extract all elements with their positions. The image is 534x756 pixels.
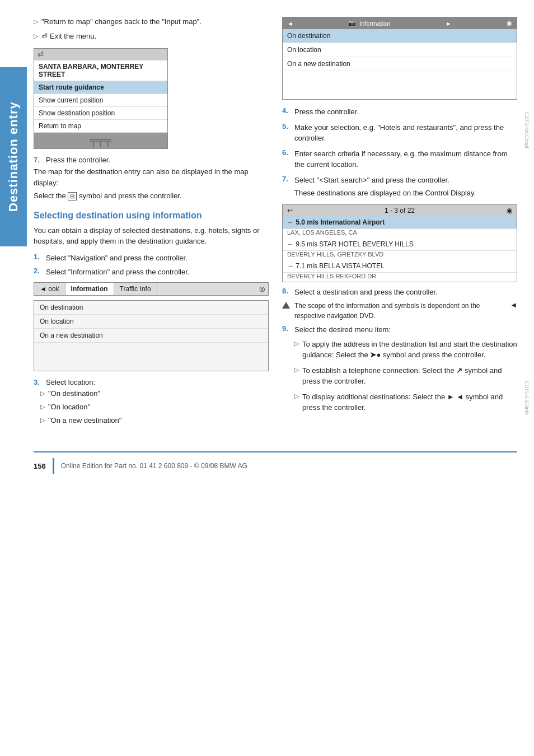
- info-on-destination[interactable]: On destination: [283, 29, 517, 43]
- result-row2-sub: BEVERLY HILLS, GRETZKY BLVD: [283, 251, 517, 260]
- screen-mock-top-left: ⏎ SANTA BARBARA, MONTERREY STREET Start …: [34, 48, 168, 149]
- step7-right-item: 7. Select "<Start search>" and press the…: [282, 175, 517, 186]
- sub-arrow-2: ▷: [40, 403, 45, 411]
- info-header-forward: ►: [446, 20, 452, 27]
- step9-item: 9. Select the desired menu item:: [282, 324, 517, 335]
- sidebar-label: Destination entry: [0, 67, 27, 246]
- symbol-map: ⊟: [68, 192, 77, 200]
- step4-item: 4. Press the controller.: [282, 106, 517, 118]
- screen-row-start[interactable]: Start route guidance: [34, 81, 167, 94]
- info-on-new-dest[interactable]: On a new destination: [283, 57, 517, 71]
- screen-row-dest-pos[interactable]: Show destination position: [34, 107, 167, 120]
- screen-row-return-map[interactable]: Return to map: [34, 120, 167, 133]
- sub-on-location: ▷ "On location": [40, 402, 269, 412]
- note-end-marker: ◄: [510, 301, 517, 309]
- result-row3-sub: BEVERLY HILLS REXFORD DR: [283, 273, 517, 282]
- footer-divider: [53, 458, 54, 474]
- info-screen-top-right: ◄ 📷 Information ► ◉ On destination On lo…: [282, 17, 517, 100]
- info-row-on-destination[interactable]: On destination: [34, 301, 268, 315]
- screen-back-icon: ⏎: [38, 50, 44, 59]
- info-screen-empty: [283, 71, 517, 99]
- nav-information[interactable]: Information: [65, 283, 114, 295]
- step9-sub3: ▷ To display additional destinations: Se…: [294, 391, 517, 413]
- step8-item: 8. Select a destination and press the co…: [282, 287, 517, 298]
- section-heading: Selecting destination using information: [34, 211, 269, 221]
- nav-icon: ◎: [256, 283, 268, 295]
- page-footer: 156 Online Edition for Part no. 01 41 2 …: [34, 451, 517, 474]
- sub-on-destination: ▷ "On destination": [40, 389, 269, 399]
- result-row-1[interactable]: ← 5.0 mls International Airport: [283, 216, 517, 229]
- step2-item: 2. Select "Information" and press the co…: [34, 267, 269, 278]
- nav-traffic-info[interactable]: Traffic Info: [114, 283, 157, 295]
- page-marker-2: CDTS-EGSinfo: [523, 381, 530, 415]
- note-box: The scope of the information and symbols…: [282, 301, 517, 321]
- result-row1-name: International Airport: [320, 218, 385, 226]
- step7-item: 7. Press the controller.: [34, 156, 269, 164]
- symbol-more: ► ◄: [447, 393, 463, 401]
- step3-item: 3. Select location:: [34, 378, 269, 386]
- step9-sub2: ▷ To establish a telephone connection: S…: [294, 365, 517, 387]
- page-number: 156: [34, 462, 46, 470]
- sub-arrow-1: ▷: [40, 389, 45, 398]
- note-triangle-icon: [282, 302, 290, 309]
- result-row3-name: BELLA VISTA HOTEL: [319, 262, 385, 270]
- result-row2-arrow: ← 9.5 mls: [287, 240, 317, 248]
- step7-desc1: The map for the destination entry can al…: [34, 166, 269, 188]
- symbol-dest: ➤●: [370, 351, 381, 359]
- result-row-3[interactable]: → 7.1 mls BELLA VISTA HOTEL: [283, 260, 517, 273]
- step9-sub2-arrow: ▷: [294, 366, 299, 374]
- result-back-icon: ↩: [287, 207, 293, 214]
- page-marker-1: CDTS-MCCimpl: [523, 112, 530, 148]
- result-header: ↩ 1 - 3 of 22 ◉: [283, 205, 517, 216]
- info-row-on-location[interactable]: On location: [34, 315, 268, 329]
- result-row3-arrow: → 7.1 mls: [287, 262, 317, 270]
- info-row-on-new-dest[interactable]: On a new destination: [34, 329, 268, 343]
- screen-row-current[interactable]: Show current position: [34, 94, 167, 107]
- section-intro: You can obtain a display of selected des…: [34, 225, 269, 247]
- symbol-phone: ↗: [456, 366, 462, 375]
- info-on-location[interactable]: On location: [283, 43, 517, 57]
- bullet-arrow-1: ▷: [34, 17, 38, 26]
- note-text: The scope of the information and symbols…: [294, 301, 504, 321]
- step9-sub3-arrow: ▷: [294, 392, 299, 400]
- info-header: ◄ 📷 Information ► ◉: [283, 17, 517, 29]
- info-header-title-group: 📷 Information: [348, 20, 390, 27]
- step7-desc2: Select the ⊟ symbol and press the contro…: [34, 190, 269, 202]
- bullet-arrow-2: ▷: [34, 32, 38, 40]
- step9-sub1: ▷ To apply the address in the destinatio…: [294, 339, 517, 361]
- step5-item: 5. Make your selection, e.g. "Hotels and…: [282, 122, 517, 144]
- step7-block: 7. Press the controller. The map for the…: [34, 156, 269, 202]
- nav-bar-mock: ◄ ook Information Traffic Info ◎: [34, 282, 269, 296]
- result-header-icon: ◉: [507, 207, 512, 214]
- result-row1-arrow: ← 5.0 mls: [287, 218, 318, 226]
- info-header-back: ◄: [287, 20, 293, 27]
- sub-arrow-3: ▷: [40, 416, 45, 424]
- info-header-icon: 📷: [348, 20, 356, 27]
- info-header-label: Information: [359, 20, 390, 27]
- bullet-return-map: ▷ "Return to map" changes back to the "I…: [34, 17, 269, 27]
- info-menu-mock: On destination On location On a new dest…: [34, 300, 269, 371]
- bullet-exit-menu: ▷ ⏎ Exit the menu.: [34, 31, 269, 41]
- step1-item: 1. Select "Navigation" and press the con…: [34, 253, 269, 264]
- result-row2-name: STAR HOTEL BEVERLY HILLS: [319, 240, 413, 248]
- nav-back[interactable]: ◄ ook: [34, 283, 65, 295]
- result-screen: ↩ 1 - 3 of 22 ◉ ← 5.0 mls International …: [282, 204, 517, 282]
- result-row1-sub: LAX, LOS ANGELES, CA: [283, 229, 517, 238]
- info-menu-empty: [34, 343, 268, 371]
- result-count: 1 - 3 of 22: [385, 207, 415, 214]
- screen-header-top: ⏎: [34, 49, 167, 60]
- step7-right-desc: These destinations are displayed on the …: [294, 188, 517, 199]
- step6-item: 6. Enter search criteria if necessary, e…: [282, 148, 517, 170]
- sub-on-new-dest: ▷ "On a new destination": [40, 416, 269, 426]
- footer-text: Online Edition for Part no. 01 41 2 600 …: [61, 462, 247, 470]
- result-row-2[interactable]: ← 9.5 mls STAR HOTEL BEVERLY HILLS: [283, 238, 517, 251]
- screen-footer-map: ╤╤╤: [34, 133, 167, 148]
- info-header-settings: ◉: [507, 20, 512, 27]
- exit-icon-inline: ⏎: [41, 31, 48, 41]
- screen-row-address: SANTA BARBARA, MONTERREY STREET: [34, 60, 167, 81]
- step9-sub1-arrow: ▷: [294, 339, 299, 348]
